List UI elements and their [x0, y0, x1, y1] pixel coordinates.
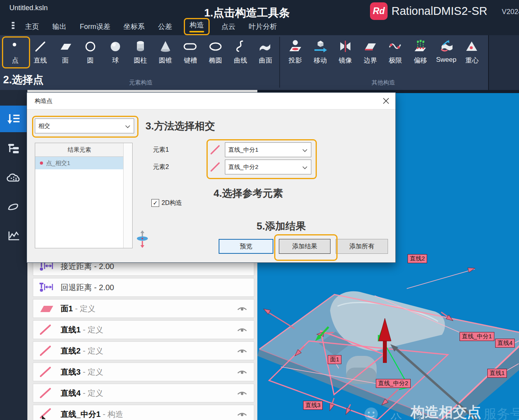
sidebar-item-tree[interactable]: [0, 136, 27, 161]
tool-cone[interactable]: 圆锥: [153, 38, 178, 65]
feature-label-line2[interactable]: 直线2: [408, 254, 427, 263]
sidebar-item-blade[interactable]: [0, 194, 27, 219]
kebab-menu-icon[interactable]: [12, 22, 15, 30]
tool-surface[interactable]: 曲面: [253, 38, 278, 65]
feature-label-line3[interactable]: 直线3: [303, 401, 323, 410]
list-item-plane1[interactable]: 面1 - 定义: [33, 299, 254, 318]
project-icon: [283, 38, 307, 56]
list-item-line2[interactable]: 直线2 - 定义: [33, 341, 254, 360]
group-label-element-construct: 元素构造: [113, 79, 168, 86]
menu-construct[interactable]: 构造: [184, 18, 210, 35]
2d-construct-label: 2D构造: [162, 199, 182, 207]
retract-distance-icon: [39, 282, 54, 295]
tool-curve[interactable]: 曲线: [228, 38, 253, 65]
tool-slot[interactable]: 键槽: [178, 38, 203, 65]
element1-label: 元素1: [153, 146, 169, 154]
tool-move[interactable]: 移动: [308, 38, 332, 65]
tool-sweep[interactable]: Sweep: [433, 38, 460, 64]
visibility-eye-icon[interactable]: [237, 348, 248, 355]
list-item-line-mid1[interactable]: 直线_中分1 - 构造: [33, 405, 254, 420]
tool-point[interactable]: 点: [3, 38, 27, 65]
menu-blade-analysis[interactable]: 叶片分析: [249, 22, 277, 31]
tool-line[interactable]: 直线: [28, 38, 52, 65]
list-item-line1[interactable]: 直线1 - 定义: [33, 320, 254, 339]
result-list: 结果元素 点_相交1: [35, 143, 133, 248]
point-bullet-icon: [40, 162, 43, 165]
visibility-eye-icon[interactable]: [237, 411, 248, 419]
feature-label-plane1[interactable]: 面1: [328, 355, 341, 364]
left-sidebar: [0, 90, 27, 420]
sidebar-item-sequence[interactable]: [0, 106, 27, 132]
feature-label-line1[interactable]: 直线1: [487, 369, 507, 378]
tool-cylinder[interactable]: 圆柱: [128, 38, 153, 65]
chevron-down-icon: [302, 164, 307, 171]
tool-circle[interactable]: 圆: [78, 38, 102, 65]
tool-mirror[interactable]: 镜像: [333, 38, 357, 65]
menu-coordinate[interactable]: 坐标系: [124, 22, 145, 31]
list-item-line3[interactable]: 直线3 - 定义: [33, 363, 254, 381]
tool-offset[interactable]: 偏移: [408, 38, 433, 65]
menu-pointcloud[interactable]: 点云: [221, 22, 235, 31]
annotation-step5: 5.添加结果: [257, 219, 306, 233]
visibility-eye-icon[interactable]: [237, 369, 248, 377]
result-list-item[interactable]: 点_相交1: [35, 157, 123, 169]
app-window: Untitled.ksln 主页 输出 Form误差 坐标系 公差 构造 点云 …: [0, 0, 519, 420]
tool-plane[interactable]: 面: [53, 38, 77, 65]
move-icon: [308, 38, 332, 56]
menu-form-error[interactable]: Form误差: [80, 22, 110, 31]
visibility-eye-icon[interactable]: [237, 390, 248, 398]
element1-select[interactable]: 直线_中分1: [225, 142, 311, 157]
dialog-title: 构造点: [35, 93, 52, 109]
dialog-title-bar[interactable]: 构造点: [27, 93, 395, 109]
sidebar-item-report[interactable]: [0, 223, 27, 248]
tool-boundary[interactable]: 边界: [358, 38, 383, 65]
line-feature-icon: [39, 366, 53, 379]
sidebar-item-pointcloud[interactable]: [0, 165, 27, 190]
feature-label-line-mid1[interactable]: 直线_中分1: [460, 332, 494, 341]
tool-ellipse[interactable]: 椭圆: [203, 38, 228, 65]
centroid-icon: [460, 38, 484, 56]
group-label-other-construct: 其他构造: [356, 79, 411, 86]
menu-home[interactable]: 主页: [25, 22, 39, 31]
line-construct-icon: [39, 408, 53, 420]
tool-limit[interactable]: 极限: [383, 38, 408, 65]
active-tab-underline: [189, 31, 204, 32]
element2-select[interactable]: 直线_中分2: [225, 160, 311, 174]
tool-project[interactable]: 投影: [283, 38, 307, 65]
feature-tree-icon: [7, 143, 20, 154]
toolbar-divider: [279, 37, 280, 88]
close-icon[interactable]: [381, 96, 391, 106]
app-logo: Rd: [370, 2, 388, 20]
line-feature-icon: [210, 162, 221, 174]
visibility-eye-icon[interactable]: [237, 305, 248, 313]
result-list-scrollbar[interactable]: [123, 143, 132, 248]
list-item-line4[interactable]: 直线4 - 定义: [33, 384, 254, 402]
add-all-button[interactable]: 添加所有: [336, 239, 388, 254]
preview-button[interactable]: 预览: [219, 239, 273, 254]
annotation-step2: 2.选择点: [3, 73, 44, 87]
document-title: Untitled.ksln: [9, 4, 48, 12]
feature-label-line-mid2[interactable]: 直线_中分2: [376, 379, 411, 388]
boundary-icon: [358, 38, 383, 56]
version-label: V2024: [502, 8, 519, 16]
line-feature-icon: [210, 144, 221, 157]
line-feature-icon: [39, 345, 53, 358]
list-item-retract-distance[interactable]: 回退距离 - 2.00: [33, 278, 254, 297]
visibility-eye-icon[interactable]: [237, 327, 248, 334]
menu-tolerance[interactable]: 公差: [158, 22, 172, 31]
element2-label: 元素2: [153, 163, 169, 171]
tool-sphere[interactable]: 球: [103, 38, 128, 65]
toolbar-right-shade: [488, 35, 519, 90]
add-result-button[interactable]: 添加结果: [279, 239, 330, 254]
2d-construct-checkbox[interactable]: ✓: [151, 199, 159, 207]
mirror-icon: [333, 38, 357, 56]
feature-label-line4[interactable]: 直线4: [495, 339, 515, 348]
method-select[interactable]: 相交: [35, 118, 134, 133]
sequence-list-icon: [7, 113, 21, 125]
tool-centroid[interactable]: 重心: [460, 38, 484, 65]
level-direction-icon[interactable]: [136, 230, 149, 250]
watermark-smiley-icon: [362, 405, 380, 420]
menu-output[interactable]: 输出: [52, 22, 66, 31]
slot-icon: [178, 38, 203, 56]
construct-toolbar: 点 直线 面 圆 球 圆柱 圆锥 键槽 椭圆 曲线: [0, 35, 519, 90]
